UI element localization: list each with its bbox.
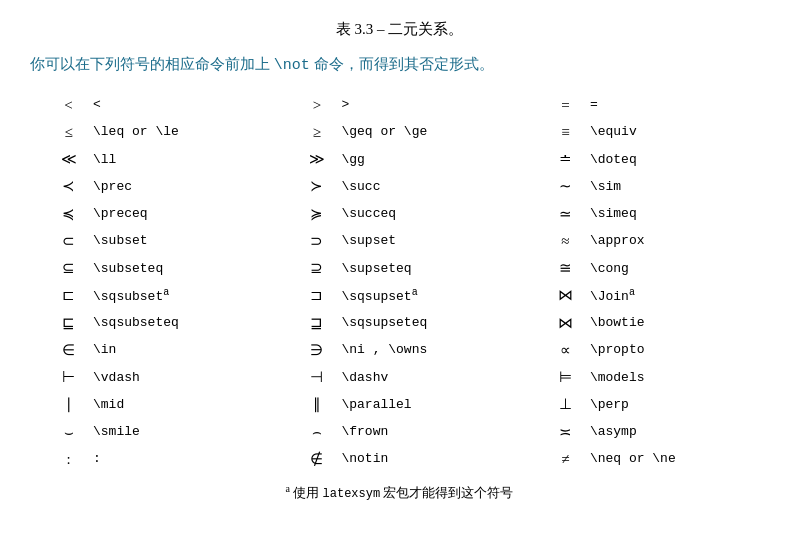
symbol-col3: ≠ [547, 446, 584, 473]
cmd-col1: : [87, 446, 272, 473]
spacer [520, 146, 546, 173]
cmd-col2: \notin [335, 446, 520, 473]
cmd-col2: \ni , \owns [335, 337, 520, 364]
symbol-col1: ≪ [50, 146, 87, 173]
symbol-col2: ≫ [298, 146, 335, 173]
spacer [520, 364, 546, 391]
spacer [272, 282, 298, 309]
spacer [520, 337, 546, 364]
spacer [520, 119, 546, 146]
spacer [272, 337, 298, 364]
spacer [272, 146, 298, 173]
spacer [520, 282, 546, 309]
symbol-col3: ⋈ [547, 282, 584, 309]
symbol-col1: ⊆ [50, 255, 87, 282]
spacer [520, 446, 546, 473]
table-row: ∈\in∋\ni , \owns∝\propto [50, 337, 769, 364]
spacer [272, 419, 298, 446]
symbol-col2: ∉ [298, 446, 335, 473]
symbol-col3: ≃ [547, 201, 584, 228]
table-row: ≤\leq or \le≥\geq or \ge≡\equiv [50, 119, 769, 146]
cmd-col3: \equiv [584, 119, 769, 146]
cmd-col3: = [584, 92, 769, 119]
cmd-col1: \prec [87, 173, 272, 200]
cmd-col3: \simeq [584, 201, 769, 228]
cmd-col2: > [335, 92, 520, 119]
table-row: ≺\prec≻\succ∼\sim [50, 173, 769, 200]
cmd-col2: \dashv [335, 364, 520, 391]
symbol-col1: ≺ [50, 173, 87, 200]
symbol-col2: ≽ [298, 201, 335, 228]
table-row: ⌣\smile⌢\frown≍\asymp [50, 419, 769, 446]
cmd-col2: \supseteq [335, 255, 520, 282]
cmd-col1: \subseteq [87, 255, 272, 282]
cmd-col3: \models [584, 364, 769, 391]
symbol-col2: ∋ [298, 337, 335, 364]
cmd-col2: \sqsupseteq [335, 310, 520, 337]
spacer [272, 201, 298, 228]
table-row: <<>>== [50, 92, 769, 119]
symbol-col1: ⊂ [50, 228, 87, 255]
cmd-col3: \doteq [584, 146, 769, 173]
spacer [272, 364, 298, 391]
symbol-col3: ⊥ [547, 391, 584, 418]
spacer [520, 228, 546, 255]
symbol-col1: ∈ [50, 337, 87, 364]
spacer [272, 173, 298, 200]
title: 表 3.3 – 二元关系。 [30, 20, 769, 39]
cmd-col1: \vdash [87, 364, 272, 391]
spacer [272, 446, 298, 473]
cmd-col3: \perp [584, 391, 769, 418]
symbol-col1: ≼ [50, 201, 87, 228]
cmd-col2: \succeq [335, 201, 520, 228]
cmd-col3: \propto [584, 337, 769, 364]
symbol-col1: ∣ [50, 391, 87, 418]
spacer [272, 228, 298, 255]
table-row: ⊢\vdash⊣\dashv⊨\models [50, 364, 769, 391]
symbol-col2: ∥ [298, 391, 335, 418]
cmd-col3: \Joina [584, 282, 769, 309]
symbol-col3: ≍ [547, 419, 584, 446]
spacer [520, 255, 546, 282]
symbol-table-container: <<>>==≤\leq or \le≥\geq or \ge≡\equiv≪\l… [30, 92, 769, 474]
cmd-col1: \preceq [87, 201, 272, 228]
symbol-table: <<>>==≤\leq or \le≥\geq or \ge≡\equiv≪\l… [50, 92, 769, 474]
symbol-col1: ⊑ [50, 310, 87, 337]
table-row: ⊑\sqsubseteq⊒\sqsupseteq⋈\bowtie [50, 310, 769, 337]
cmd-col1: \smile [87, 419, 272, 446]
spacer [272, 391, 298, 418]
symbol-col2: ⊐ [298, 282, 335, 309]
symbol-col2: ⊒ [298, 310, 335, 337]
cmd-col2: \parallel [335, 391, 520, 418]
symbol-col3: ⋈ [547, 310, 584, 337]
spacer [272, 255, 298, 282]
cmd-col3: \asymp [584, 419, 769, 446]
table-row: ≪\ll≫\gg≐\doteq [50, 146, 769, 173]
table-row: ⊆\subseteq⊇\supseteq≅\cong [50, 255, 769, 282]
cmd-col3: \bowtie [584, 310, 769, 337]
symbol-col3: ≅ [547, 255, 584, 282]
spacer [520, 391, 546, 418]
symbol-col1: ⊢ [50, 364, 87, 391]
symbol-col3: ≈ [547, 228, 584, 255]
cmd-col1: \leq or \le [87, 119, 272, 146]
symbol-col2: ≥ [298, 119, 335, 146]
spacer [520, 310, 546, 337]
spacer [272, 119, 298, 146]
symbol-col1: ≤ [50, 119, 87, 146]
cmd-col3: \sim [584, 173, 769, 200]
symbol-col3: ≡ [547, 119, 584, 146]
symbol-col2: ⊇ [298, 255, 335, 282]
table-row: ⊏\sqsubseta⊐\sqsupseta⋈\Joina [50, 282, 769, 309]
symbol-col1: : [50, 446, 87, 473]
cmd-col1: < [87, 92, 272, 119]
spacer [520, 419, 546, 446]
spacer [520, 92, 546, 119]
spacer [272, 92, 298, 119]
symbol-col1: ⌣ [50, 419, 87, 446]
table-row: ::∉\notin≠\neq or \ne [50, 446, 769, 473]
cmd-col1: \mid [87, 391, 272, 418]
symbol-col3: ∝ [547, 337, 584, 364]
cmd-col2: \succ [335, 173, 520, 200]
footnote: a 使用 latexsym 宏包才能得到这个符号 [30, 483, 769, 502]
